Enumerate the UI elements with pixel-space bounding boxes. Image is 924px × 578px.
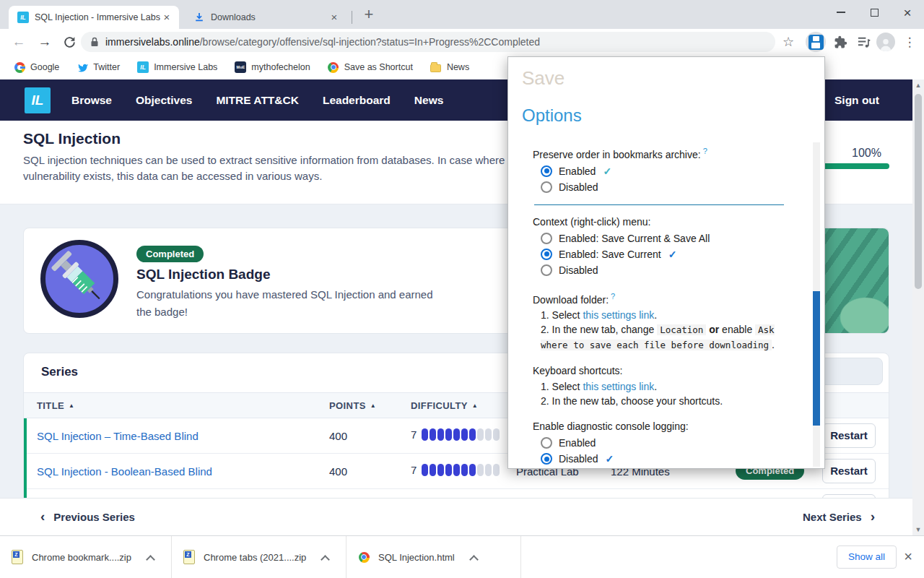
help-link[interactable]: ? bbox=[703, 147, 707, 155]
radio-icon[interactable] bbox=[541, 437, 552, 449]
tab-title: Downloads bbox=[211, 12, 328, 22]
radio-option[interactable]: Enabled bbox=[533, 435, 801, 451]
extensions-button[interactable] bbox=[830, 32, 850, 52]
divider bbox=[534, 204, 784, 205]
chevron-up-icon[interactable] bbox=[469, 555, 479, 564]
back-button[interactable]: ← bbox=[9, 32, 29, 52]
difficulty-pill bbox=[469, 428, 476, 441]
sort-asc-icon: ▲ bbox=[370, 402, 376, 409]
close-window-button[interactable]: × bbox=[891, 0, 924, 25]
show-all-downloads-button[interactable]: Show all bbox=[837, 545, 897, 569]
next-series-button[interactable]: Next Series › bbox=[803, 510, 875, 523]
popup-scrollbar[interactable] bbox=[813, 142, 820, 467]
tab-list-extension-button[interactable] bbox=[853, 32, 873, 52]
scroll-up-icon[interactable]: ▲ bbox=[912, 82, 924, 89]
chevron-right-icon: › bbox=[871, 510, 875, 523]
radio-option[interactable]: Disabled bbox=[533, 179, 801, 195]
address-bar[interactable]: immersivelabs.online/browse/category/off… bbox=[81, 32, 775, 52]
profile-avatar[interactable] bbox=[876, 32, 896, 52]
browser-menu-button[interactable]: ⋮ bbox=[899, 32, 920, 52]
nav-link-objectives[interactable]: Objectives bbox=[136, 94, 192, 107]
radio-selected-icon[interactable] bbox=[541, 165, 552, 177]
minimize-button[interactable] bbox=[824, 0, 858, 25]
scroll-down-icon[interactable]: ▼ bbox=[912, 526, 924, 533]
bookmark-save-as-shortcut[interactable]: Save as Shortcut bbox=[321, 59, 419, 76]
immersive-labs-icon: IL bbox=[137, 61, 149, 73]
new-tab-button[interactable]: + bbox=[359, 5, 379, 25]
code-span: Location bbox=[657, 324, 706, 335]
popup-scrollbar-thumb[interactable] bbox=[813, 291, 820, 426]
radio-selected-icon[interactable] bbox=[541, 249, 552, 260]
download-item[interactable]: Z Chrome bookmark....zip bbox=[0, 536, 172, 578]
radio-option[interactable]: Enabled: Save Current ✓ bbox=[533, 246, 801, 262]
download-item[interactable]: SQL Injection.html bbox=[346, 536, 521, 578]
sign-out-button[interactable]: Sign out bbox=[834, 94, 879, 107]
difficulty-pill bbox=[437, 464, 444, 476]
download-item[interactable]: Z Chrome tabs (2021....zip bbox=[172, 536, 346, 578]
nav-link-news[interactable]: News bbox=[414, 94, 444, 107]
folder-icon bbox=[430, 61, 442, 73]
google-icon bbox=[14, 61, 25, 73]
bookmark-mythofechelon[interactable]: MoE mythofechelon bbox=[228, 59, 316, 76]
difficulty-pills bbox=[422, 428, 500, 441]
save-extension-button[interactable] bbox=[806, 32, 826, 52]
tab-downloads[interactable]: Downloads × bbox=[185, 6, 346, 29]
radio-icon[interactable] bbox=[541, 233, 552, 244]
url-path: /browse/category/offensive/sql-injection… bbox=[200, 36, 540, 48]
reload-button[interactable] bbox=[59, 32, 79, 52]
bookmark-news-folder[interactable]: News bbox=[424, 59, 476, 76]
restart-button[interactable]: Restart bbox=[822, 459, 876, 483]
column-header-points[interactable]: POINTS▲ bbox=[329, 400, 376, 411]
settings-link[interactable]: this settings link bbox=[583, 381, 654, 392]
page-scrollbar[interactable]: ▲ ▼ bbox=[912, 79, 924, 535]
bookmark-star-button[interactable]: ☆ bbox=[778, 32, 798, 52]
difficulty-pill bbox=[493, 464, 500, 476]
difficulty-pill bbox=[430, 464, 436, 476]
previous-series-button[interactable]: ‹ Previous Series bbox=[40, 510, 135, 523]
forward-button[interactable]: → bbox=[35, 32, 55, 52]
scrollbar-thumb[interactable] bbox=[915, 94, 922, 289]
help-link[interactable]: ? bbox=[611, 292, 615, 301]
chevron-up-icon[interactable] bbox=[146, 555, 155, 564]
radio-icon[interactable] bbox=[541, 181, 552, 193]
option-group-bookmarks-archive: Preserve order in bookmarks archive:? En… bbox=[533, 144, 801, 195]
bookmark-twitter[interactable]: Twitter bbox=[70, 59, 126, 76]
nav-links: Browse Objectives MITRE ATT&CK Leaderboa… bbox=[71, 94, 443, 107]
maximize-button[interactable] bbox=[858, 0, 891, 25]
tab-close-icon[interactable]: × bbox=[328, 11, 341, 24]
radio-option[interactable]: Enabled: Save Current & Save All bbox=[533, 230, 801, 246]
avatar-icon bbox=[876, 33, 895, 51]
step: 2. In the new tab, change Location or en… bbox=[541, 322, 801, 353]
floppy-disk-icon bbox=[808, 35, 824, 50]
reload-icon bbox=[64, 36, 76, 48]
radio-option[interactable]: Disabled ✓ bbox=[533, 451, 801, 467]
radio-icon[interactable] bbox=[541, 264, 552, 276]
minimize-icon bbox=[837, 12, 845, 13]
settings-link[interactable]: this settings link bbox=[583, 309, 654, 321]
immersive-labs-favicon-icon: IL bbox=[17, 12, 29, 23]
column-header-title[interactable]: TITLE▲ bbox=[37, 400, 74, 411]
chevron-up-icon[interactable] bbox=[321, 555, 330, 564]
nav-link-browse[interactable]: Browse bbox=[71, 94, 112, 107]
tab-close-icon[interactable]: × bbox=[160, 11, 173, 24]
radio-option[interactable]: Disabled bbox=[533, 262, 801, 278]
immersive-labs-logo[interactable]: IL bbox=[25, 87, 51, 113]
step: 1. Select this settings link. bbox=[541, 379, 801, 394]
bookmark-immersive-labs[interactable]: IL Immersive Labs bbox=[131, 59, 224, 76]
tab-sql-injection[interactable]: IL SQL Injection - Immersive Labs × bbox=[9, 6, 179, 29]
nav-link-leaderboard[interactable]: Leaderboard bbox=[323, 94, 391, 107]
lab-title-link[interactable]: SQL Injection - Boolean-Based Blind bbox=[37, 465, 212, 478]
column-header-difficulty[interactable]: DIFFICULTY▲ bbox=[411, 400, 478, 411]
close-downloads-bar-icon[interactable]: × bbox=[899, 548, 917, 565]
bookmark-google[interactable]: Google bbox=[7, 59, 66, 76]
lab-title-link[interactable]: SQL Injection – Time-Based Blind bbox=[37, 430, 199, 442]
radio-option[interactable]: Enabled ✓ bbox=[533, 163, 801, 179]
window-controls: × bbox=[824, 0, 924, 25]
nav-link-mitre[interactable]: MITRE ATT&CK bbox=[216, 94, 299, 107]
difficulty-pills bbox=[422, 464, 500, 476]
radio-selected-icon[interactable] bbox=[541, 453, 552, 465]
page-description: SQL injection techniques can be used to … bbox=[23, 152, 528, 184]
lock-icon[interactable] bbox=[90, 37, 99, 47]
save-extension-popup: Save Options Preserve order in bookmarks… bbox=[507, 56, 825, 469]
restart-button[interactable]: Restart bbox=[822, 423, 876, 448]
